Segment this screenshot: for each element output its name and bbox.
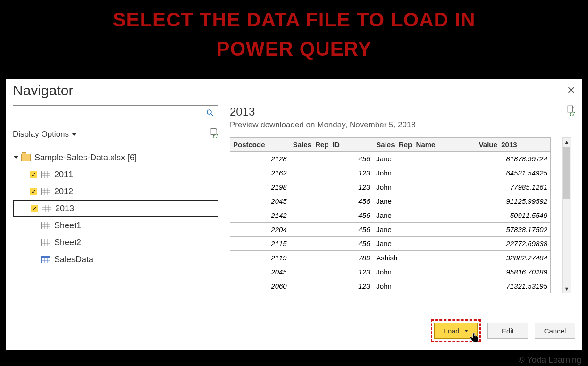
table-cell: 123 xyxy=(290,180,373,194)
table-cell: 789 xyxy=(290,251,373,265)
close-icon[interactable]: ✕ xyxy=(567,87,575,94)
table-row[interactable]: 2060123John71321.53195 xyxy=(230,279,551,293)
svg-line-1 xyxy=(211,114,213,116)
folder-icon xyxy=(21,154,31,161)
column-header[interactable]: Postcode xyxy=(230,138,290,152)
table-cell: John xyxy=(373,265,476,279)
table-cell: Jane xyxy=(373,237,476,251)
table-cell: 50911.5549 xyxy=(476,208,550,223)
edit-button[interactable]: Edit xyxy=(487,323,528,339)
sheet-icon xyxy=(42,205,51,212)
instruction-line1: SELECT THE DATA FILE TO LOAD IN xyxy=(0,8,588,31)
table-cell: 2060 xyxy=(230,279,290,293)
svg-rect-2 xyxy=(211,128,216,135)
cancel-button-label: Cancel xyxy=(544,327,566,335)
table-row[interactable]: 2204456Jane57838.17502 xyxy=(230,223,551,237)
tree-root[interactable]: Sample-Sales-Data.xlsx [6] xyxy=(13,149,218,166)
table-cell: Ashish xyxy=(373,251,476,265)
table-row[interactable]: 2115456Jane22772.69838 xyxy=(230,237,551,251)
table-cell: 123 xyxy=(290,279,373,293)
table-cell: Jane xyxy=(373,223,476,237)
table-cell: 2119 xyxy=(230,251,290,265)
scroll-up-icon[interactable]: ▲ xyxy=(563,138,571,146)
table-cell: 32882.27484 xyxy=(476,251,550,265)
table-row[interactable]: 2119789Ashish32882.27484 xyxy=(230,251,551,265)
preview-subtitle: Preview downloaded on Monday, November 5… xyxy=(230,120,416,130)
table-cell: 91125.99592 xyxy=(476,194,550,208)
tree-item-2011[interactable]: ✓2011 xyxy=(13,166,218,183)
table-cell: 123 xyxy=(290,166,373,180)
table-row[interactable]: 2142456Jane50911.5549 xyxy=(230,208,551,223)
preview-table: PostcodeSales_Rep_IDSales_Rep_NameValue_… xyxy=(230,137,551,293)
tree-item-sheet1[interactable]: Sheet1 xyxy=(13,217,218,234)
tree-item-label: Sheet1 xyxy=(54,221,81,231)
edit-button-label: Edit xyxy=(502,327,514,335)
search-input-wrap[interactable] xyxy=(13,105,218,122)
chevron-down-icon[interactable] xyxy=(464,330,468,332)
column-header[interactable]: Value_2013 xyxy=(476,138,550,152)
table-cell: 2162 xyxy=(230,166,290,180)
search-icon[interactable] xyxy=(206,108,214,119)
tree-item-salesdata[interactable]: SalesData xyxy=(13,251,218,268)
right-pane: 2013 Preview downloaded on Monday, Novem… xyxy=(223,99,582,347)
search-input[interactable] xyxy=(17,109,206,118)
svg-point-0 xyxy=(207,110,211,114)
checkbox[interactable]: ✓ xyxy=(31,205,38,212)
display-options-dropdown[interactable]: Display Options xyxy=(13,130,76,139)
table-cell: 2198 xyxy=(230,180,290,194)
table-row[interactable]: 2045456Jane91125.99592 xyxy=(230,194,551,208)
table-cell: John xyxy=(373,166,476,180)
refresh-icon[interactable] xyxy=(210,128,218,141)
table-cell: 57838.17502 xyxy=(476,223,550,237)
tree-item-label: 2013 xyxy=(55,204,74,214)
table-row[interactable]: 2162123John64531.54925 xyxy=(230,166,551,180)
chevron-down-icon xyxy=(72,133,76,136)
refresh-preview-icon[interactable] xyxy=(567,105,575,117)
tree-item-sheet2[interactable]: Sheet2 xyxy=(13,234,218,251)
table-cell: 2142 xyxy=(230,208,290,223)
tree-item-label: 2012 xyxy=(54,187,73,197)
copyright-text: © Yoda Learning xyxy=(519,355,581,365)
tree-item-2013[interactable]: ✓2013 xyxy=(13,200,218,217)
table-row[interactable]: 2198123John77985.1261 xyxy=(230,180,551,194)
expand-caret-icon[interactable] xyxy=(14,156,18,159)
checkbox[interactable] xyxy=(30,222,37,229)
table-row[interactable]: 2045123John95816.70289 xyxy=(230,265,551,279)
table-cell: 456 xyxy=(290,194,373,208)
tree-item-2012[interactable]: ✓2012 xyxy=(13,183,218,200)
instruction-line2: POWER QUERY xyxy=(0,38,588,60)
dialog-title: Navigator xyxy=(13,83,73,99)
tree-root-label: Sample-Sales-Data.xlsx [6] xyxy=(34,153,137,163)
column-header[interactable]: Sales_Rep_ID xyxy=(290,138,373,152)
table-cell: 2204 xyxy=(230,223,290,237)
scroll-down-icon[interactable]: ▼ xyxy=(563,284,571,293)
cancel-button[interactable]: Cancel xyxy=(535,323,575,339)
load-button[interactable]: Load xyxy=(434,323,478,339)
table-cell: John xyxy=(373,279,476,293)
checkbox[interactable] xyxy=(30,239,37,246)
checkbox[interactable]: ✓ xyxy=(30,171,37,178)
table-header-row: PostcodeSales_Rep_IDSales_Rep_NameValue_… xyxy=(230,138,551,152)
svg-rect-8 xyxy=(42,188,50,195)
left-pane: Display Options Sample-Sales-Data.xlsx [… xyxy=(6,99,223,347)
preview-title: 2013 xyxy=(230,105,416,118)
tree-item-label: 2011 xyxy=(54,170,73,180)
sheet-icon xyxy=(41,171,50,178)
svg-rect-3 xyxy=(42,171,50,178)
checkbox[interactable]: ✓ xyxy=(30,188,37,195)
svg-rect-13 xyxy=(42,205,51,212)
tree-view: Sample-Sales-Data.xlsx [6]✓2011✓2012✓201… xyxy=(13,149,218,268)
scroll-thumb[interactable] xyxy=(563,147,570,199)
table-cell: 2115 xyxy=(230,237,290,251)
sheet-icon xyxy=(41,222,50,229)
table-cell: 456 xyxy=(290,152,373,166)
maximize-icon[interactable] xyxy=(550,87,557,94)
column-header[interactable]: Sales_Rep_Name xyxy=(373,138,476,152)
table-cell: 71321.53195 xyxy=(476,279,550,293)
table-row[interactable]: 2128456Jane81878.99724 xyxy=(230,152,551,166)
table-cell: 22772.69838 xyxy=(476,237,550,251)
table-cell: 456 xyxy=(290,237,373,251)
sheet-icon xyxy=(41,239,50,246)
checkbox[interactable] xyxy=(30,256,37,263)
vertical-scrollbar[interactable]: ▲ ▼ xyxy=(562,137,571,293)
